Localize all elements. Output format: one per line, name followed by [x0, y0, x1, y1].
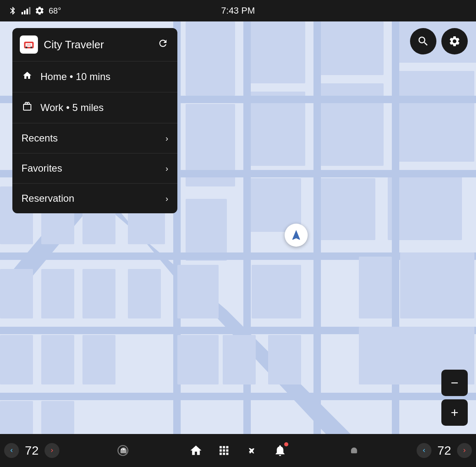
notification-badge: [284, 442, 288, 446]
seat-heat-right-icon[interactable]: [344, 441, 363, 460]
right-temp-value: 72: [434, 443, 455, 458]
zoom-in-button[interactable]: +: [441, 399, 468, 426]
svg-rect-41: [268, 335, 301, 384]
svg-rect-34: [359, 257, 392, 318]
svg-rect-29: [0, 335, 33, 384]
svg-rect-9: [186, 199, 227, 261]
app-title: City Traveler: [44, 38, 150, 51]
status-temperature: 68°: [49, 6, 61, 16]
svg-rect-17: [0, 393, 476, 400]
svg-rect-2: [247, 21, 305, 83]
signal-icon: [21, 7, 31, 14]
svg-rect-27: [82, 269, 115, 318]
right-temp-decrease-button[interactable]: [417, 443, 431, 458]
svg-rect-11: [313, 178, 375, 240]
left-temp-increase-button[interactable]: [45, 443, 59, 458]
svg-rect-40: [223, 335, 256, 384]
home-item-label: Home • 10 mins: [40, 71, 168, 83]
svg-rect-28: [128, 269, 161, 318]
settings-status-icon: [35, 6, 45, 16]
svg-rect-25: [0, 269, 33, 318]
svg-rect-30: [41, 335, 74, 384]
zoom-controls: − +: [441, 370, 468, 426]
bottom-center-icons: [186, 441, 290, 460]
left-temp-decrease-button[interactable]: [4, 443, 19, 458]
nav-header: City Traveler: [12, 28, 177, 61]
favorites-chevron: ›: [165, 164, 168, 173]
svg-rect-31: [82, 335, 115, 384]
left-temp-group: 72: [4, 443, 59, 458]
svg-rect-37: [177, 265, 219, 318]
svg-rect-8: [396, 71, 474, 162]
svg-rect-32: [0, 401, 33, 434]
right-temp-increase-button[interactable]: [457, 443, 472, 458]
reservation-chevron: ›: [165, 194, 168, 203]
svg-rect-33: [41, 401, 74, 434]
bottom-fan-button[interactable]: [242, 441, 262, 460]
work-icon: [21, 101, 33, 114]
svg-rect-39: [177, 335, 219, 384]
bottom-notification-button[interactable]: [270, 441, 290, 460]
svg-point-50: [31, 47, 33, 49]
svg-rect-38: [252, 265, 301, 318]
seat-heat-left-icon[interactable]: [113, 441, 133, 460]
bluetooth-icon: [8, 6, 17, 15]
settings-button[interactable]: [441, 28, 468, 54]
app-icon: [20, 35, 38, 54]
bottom-apps-button[interactable]: [214, 441, 234, 460]
recents-chevron: ›: [165, 134, 168, 143]
search-button[interactable]: [410, 28, 436, 54]
svg-rect-48: [26, 44, 31, 46]
svg-rect-20: [313, 21, 321, 434]
zoom-out-button[interactable]: −: [441, 370, 468, 396]
location-marker: [285, 224, 308, 247]
svg-point-49: [26, 47, 28, 49]
status-time: 7:43 PM: [221, 5, 255, 16]
nav-panel: City Traveler Home • 10 mins Work • 5 mi…: [12, 28, 177, 213]
nav-item-favorites[interactable]: Favorites ›: [12, 153, 177, 184]
recents-item-label: Recents: [21, 132, 158, 144]
status-left-icons: 68°: [8, 6, 61, 16]
nav-item-home[interactable]: Home • 10 mins: [12, 61, 177, 92]
nav-item-recents[interactable]: Recents ›: [12, 123, 177, 153]
reservation-item-label: Reservation: [21, 193, 158, 204]
svg-rect-3: [318, 21, 384, 75]
work-item-label: Work • 5 miles: [40, 102, 168, 113]
bottom-bar: 72: [0, 434, 476, 467]
home-icon: [21, 71, 33, 83]
bottom-home-button[interactable]: [186, 441, 206, 460]
left-temp-value: 72: [21, 443, 42, 458]
svg-rect-1: [186, 21, 235, 96]
favorites-item-label: Favorites: [21, 163, 158, 174]
nav-item-reservation[interactable]: Reservation ›: [12, 184, 177, 213]
map-controls-top: [410, 28, 468, 54]
refresh-button[interactable]: [156, 36, 170, 53]
status-bar: 68° 7:43 PM: [0, 0, 476, 21]
nav-item-work[interactable]: Work • 5 miles: [12, 92, 177, 123]
right-temp-group: 72: [417, 443, 472, 458]
svg-rect-26: [41, 269, 74, 318]
svg-rect-35: [400, 252, 474, 318]
